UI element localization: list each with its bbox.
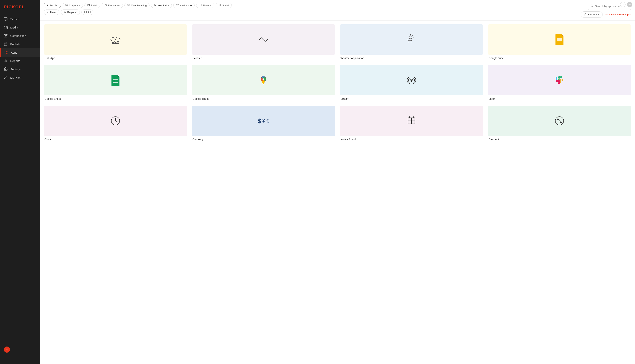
healthcare-icon bbox=[176, 4, 179, 7]
filter-manufacturing[interactable]: Manufacturing bbox=[124, 3, 149, 8]
nav-menu: Screen Media Composition Publish Apps bbox=[0, 13, 40, 364]
filter-corporate[interactable]: Corporate bbox=[63, 3, 83, 8]
filter-hospitality[interactable]: Hospitality bbox=[151, 3, 172, 8]
app-icon-url-app: http://www bbox=[44, 24, 187, 55]
filter-restaurant-label: Restaurant bbox=[108, 4, 120, 7]
app-card-notice-board[interactable]: Notice Board bbox=[340, 106, 483, 142]
sidebar-item-publish[interactable]: Publish bbox=[0, 40, 40, 48]
svg-rect-64 bbox=[558, 76, 560, 78]
svg-rect-63 bbox=[556, 77, 557, 79]
sidebar-item-reports[interactable]: Reports bbox=[0, 56, 40, 65]
filter-all[interactable]: All bbox=[81, 10, 93, 15]
filter-news[interactable]: News bbox=[44, 10, 59, 15]
svg-rect-40 bbox=[86, 12, 86, 13]
app-icon-google-traffic bbox=[192, 65, 335, 95]
sidebar-label-media: Media bbox=[10, 26, 18, 29]
search-icon bbox=[590, 4, 593, 8]
news-icon bbox=[47, 11, 49, 14]
svg-rect-71 bbox=[556, 80, 558, 82]
sidebar-label-myplan: My Plan bbox=[10, 76, 21, 79]
app-icon-discount bbox=[488, 106, 631, 136]
svg-rect-70 bbox=[558, 80, 560, 82]
svg-rect-4 bbox=[4, 43, 7, 46]
svg-line-31 bbox=[220, 4, 220, 5]
help-button[interactable]: ? bbox=[620, 2, 625, 7]
sidebar-item-settings[interactable]: Settings bbox=[0, 65, 40, 73]
filter-finance[interactable]: Finance bbox=[196, 3, 214, 8]
app-label-scroller: Scroller bbox=[192, 55, 335, 60]
svg-rect-72 bbox=[558, 82, 560, 84]
app-icon-notice-board bbox=[340, 106, 483, 136]
favourites-button[interactable]: Favourites bbox=[581, 12, 603, 18]
app-icon-stream bbox=[340, 65, 483, 95]
calendar-icon bbox=[4, 42, 8, 46]
svg-rect-66 bbox=[560, 76, 562, 78]
subcategory-filter-row: News Regional All bbox=[44, 10, 577, 15]
svg-rect-37 bbox=[84, 11, 85, 12]
svg-rect-25 bbox=[199, 4, 201, 6]
app-card-google-slide[interactable]: Google Slide bbox=[488, 24, 631, 60]
app-label-weather: Weather Application bbox=[340, 55, 483, 60]
app-label-google-sheet: Google Sheet bbox=[44, 95, 187, 101]
sidebar-item-myplan[interactable]: My Plan bbox=[0, 73, 40, 82]
app-icon-slack bbox=[488, 65, 631, 95]
svg-point-50 bbox=[408, 42, 409, 42]
filter-regional[interactable]: Regional bbox=[61, 10, 80, 15]
filter-social[interactable]: Social bbox=[216, 3, 232, 8]
camera-icon bbox=[4, 26, 8, 29]
svg-marker-43 bbox=[584, 13, 586, 15]
sidebar-label-publish: Publish bbox=[10, 42, 20, 46]
svg-rect-9 bbox=[7, 51, 8, 52]
user-avatar[interactable]: Pr bbox=[627, 2, 632, 7]
category-filter-row: ✦ For You Corporate Retail bbox=[44, 3, 577, 8]
filter-retail[interactable]: Retail bbox=[84, 3, 100, 8]
app-card-scroller[interactable]: Scroller bbox=[192, 24, 335, 60]
app-icon-scroller bbox=[192, 24, 335, 55]
svg-rect-38 bbox=[86, 11, 86, 12]
app-card-stream[interactable]: Stream bbox=[340, 65, 483, 101]
sidebar-item-composition[interactable]: Composition bbox=[0, 32, 40, 40]
hospitality-icon bbox=[154, 4, 156, 7]
sidebar: PICKCEL Screen Media Composition Publis bbox=[0, 0, 40, 364]
app-card-google-traffic[interactable]: Google Traffic bbox=[192, 65, 335, 101]
collapse-button[interactable]: ← bbox=[4, 346, 10, 352]
app-card-google-sheet[interactable]: Google Sheet bbox=[44, 65, 187, 101]
manufacturing-icon bbox=[127, 4, 130, 7]
app-card-clock[interactable]: Clock bbox=[44, 106, 187, 142]
app-label-notice-board: Notice Board bbox=[340, 136, 483, 142]
app-icon-weather bbox=[340, 24, 483, 55]
brand-logo: PICKCEL bbox=[4, 4, 25, 9]
filter-healthcare[interactable]: Healthcare bbox=[173, 3, 195, 8]
svg-rect-0 bbox=[4, 18, 8, 20]
filter-restaurant[interactable]: Restaurant bbox=[102, 3, 123, 8]
app-icon-google-sheet bbox=[44, 65, 187, 95]
customize-link[interactable]: Want customized apps? bbox=[605, 13, 631, 16]
sidebar-item-apps[interactable]: Apps bbox=[0, 48, 40, 56]
app-card-weather[interactable]: Weather Application bbox=[340, 24, 483, 60]
app-card-currency[interactable]: $ ¥ € Currency bbox=[192, 106, 335, 142]
app-icon-clock bbox=[44, 106, 187, 136]
social-icon bbox=[219, 4, 221, 7]
svg-rect-11 bbox=[7, 53, 8, 54]
app-card-slack[interactable]: Slack bbox=[488, 65, 631, 101]
gear-icon bbox=[4, 67, 8, 71]
sidebar-label-settings: Settings bbox=[10, 68, 21, 71]
svg-point-41 bbox=[591, 5, 593, 7]
svg-line-44 bbox=[114, 36, 117, 43]
app-icon-currency: $ ¥ € bbox=[192, 106, 335, 136]
app-card-discount[interactable]: Discount bbox=[488, 106, 631, 142]
svg-point-15 bbox=[5, 69, 6, 70]
svg-line-75 bbox=[115, 121, 118, 122]
sidebar-label-reports: Reports bbox=[10, 59, 20, 62]
main-content: ✦ For You Corporate Retail bbox=[40, 0, 635, 364]
svg-point-23 bbox=[128, 5, 129, 5]
svg-rect-39 bbox=[84, 12, 85, 13]
sidebar-item-media[interactable]: Media bbox=[0, 23, 40, 32]
app-card-url-app[interactable]: http://www URL App bbox=[44, 24, 187, 60]
filter-foryou[interactable]: ✦ For You bbox=[44, 3, 61, 8]
user-icon bbox=[4, 76, 8, 80]
sidebar-item-screen[interactable]: Screen bbox=[0, 15, 40, 23]
regional-icon bbox=[64, 11, 66, 14]
svg-point-58 bbox=[263, 78, 264, 80]
app-label-google-traffic: Google Traffic bbox=[192, 95, 335, 101]
